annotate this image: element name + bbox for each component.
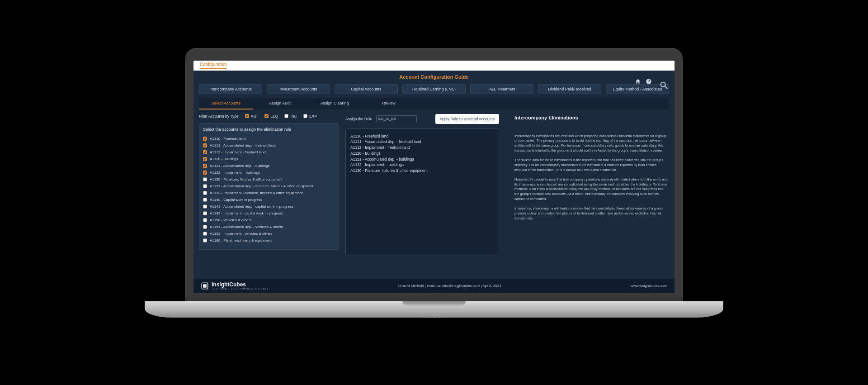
account-item[interactable]: A1141 - Accumulated dep. - capital work … <box>203 203 333 210</box>
filter-checkbox-leq[interactable] <box>264 114 269 118</box>
account-checkbox[interactable] <box>203 150 207 154</box>
account-label: A1112 - Impairment - freehold land <box>210 150 266 154</box>
account-checkbox[interactable] <box>203 171 207 175</box>
account-item[interactable]: A1151 - Accumulated dep. - vehicles & ot… <box>203 223 333 230</box>
selected-account-line: A1110 - Freehold land <box>350 133 494 139</box>
filter-label-text: LEQ <box>270 114 278 119</box>
filter-ast[interactable]: AST <box>245 114 259 119</box>
pill-intercompany-accounts[interactable]: Intercompany Accounts <box>199 84 262 94</box>
footer-center: Dina Al Merhebi | email us: info@insight… <box>269 284 631 288</box>
account-item[interactable]: A1150 - Vehicles & others <box>203 217 333 223</box>
pill-retained-earning-nci[interactable]: Retained Earning & NCI <box>402 84 466 94</box>
apply-rule-button[interactable]: Apply Rule to selected Accounts <box>435 114 499 124</box>
account-label: A1111 - Accumulated dep. - freehold land <box>210 143 276 147</box>
subtab-review[interactable]: Review <box>362 98 416 109</box>
filter-label-text: INC <box>290 114 297 119</box>
assign-label: Assign the Rule <box>345 117 373 121</box>
filter-row: Filter Accounts by Type ASTLEQINCEXP <box>199 114 339 119</box>
filter-label-text: AST <box>251 114 259 119</box>
account-label: A1110 - Freehold land <box>210 137 245 141</box>
brand-name: InsightCubes <box>212 281 269 288</box>
account-checkbox[interactable] <box>203 232 207 236</box>
subtab-select-accounts[interactable]: Select Accounts <box>199 98 253 109</box>
account-item[interactable]: A1112 - Impairment - freehold land <box>203 149 333 156</box>
account-checkbox[interactable] <box>203 184 207 188</box>
account-item[interactable]: A1142 - Impairment - capital work in pro… <box>203 210 333 217</box>
account-checkbox[interactable] <box>203 218 207 222</box>
header: Account Configuration Guide <box>193 71 675 83</box>
pill-p-l-treatment[interactable]: P&L Treatment <box>470 84 533 94</box>
account-checkbox[interactable] <box>203 211 207 215</box>
footer-url: www.insightcubes.com <box>631 284 667 288</box>
selected-account-line: A1111 - Accumulated dep. - freehold land <box>350 139 494 145</box>
brand-tagline: CORPORATE PERFORMANCE INSIGHTS <box>212 287 269 290</box>
pill-dividend-paid-received[interactable]: Dividend Paid/Received <box>538 84 601 94</box>
account-checkbox[interactable] <box>203 143 207 147</box>
account-checkbox[interactable] <box>203 157 207 161</box>
subtab-assign-clearing[interactable]: Assign Clearing <box>307 98 362 109</box>
selected-account-line: A1122 - Impairment. - buildings <box>350 162 494 168</box>
subtab-assign-audit[interactable]: Assign Audit <box>253 98 307 109</box>
account-checkbox[interactable] <box>203 137 207 141</box>
filter-inc[interactable]: INC <box>284 114 297 119</box>
account-panel-header: Select the accounts to assign the elimin… <box>203 127 336 132</box>
selected-account-line: A1130 - Furniture, fixtures & office equ… <box>350 168 494 174</box>
selected-account-line: A1112 - Impairment - freehold land <box>350 145 494 151</box>
filter-checkbox-exp[interactable] <box>303 114 307 118</box>
account-label: A1130 - Furniture, fixtures & office equ… <box>210 177 283 181</box>
account-checkbox[interactable] <box>203 225 207 229</box>
account-item[interactable]: A1140 - Capital work in progress <box>203 196 333 203</box>
account-label: A1142 - Impairment - capital work in pro… <box>210 211 283 215</box>
account-item[interactable]: A1120 - Buildings <box>203 156 333 162</box>
top-tab-bar: Configuration <box>193 61 675 71</box>
info-paragraph: In essence, intercompany eliminations en… <box>514 206 669 221</box>
account-checkbox[interactable] <box>203 238 207 242</box>
footer: InsightCubes CORPORATE PERFORMANCE INSIG… <box>193 279 675 293</box>
account-item[interactable]: A1132 - Impairment - furniture, fixtures… <box>203 190 333 196</box>
account-label: A1121 - Accumulated dep. - buildings <box>210 164 270 168</box>
info-title: Intercompany Eliminations <box>514 115 669 120</box>
laptop-base <box>145 301 723 318</box>
center-column: Assign the Rule Apply Rule to selected A… <box>345 114 499 255</box>
account-checkbox[interactable] <box>203 204 207 209</box>
filter-leq[interactable]: LEQ <box>264 114 278 119</box>
account-item[interactable]: A1111 - Accumulated dep. - freehold land <box>203 142 333 149</box>
account-item[interactable]: A1131 - Accumulated dep. - furniture, fi… <box>203 183 333 190</box>
account-label: A1152 - Impairment - vehicles & others <box>210 232 272 236</box>
account-item[interactable]: A1110 - Freehold land <box>203 135 333 142</box>
account-item[interactable]: A1152 - Impairment - vehicles & others <box>203 230 333 237</box>
account-checkbox[interactable] <box>203 164 207 168</box>
account-item[interactable]: A1122 - Impairment. - buildings <box>203 169 333 176</box>
account-checkbox[interactable] <box>203 198 207 202</box>
search-icon[interactable] <box>659 81 669 92</box>
tab-configuration[interactable]: Configuration <box>200 62 226 69</box>
page-title: Account Configuration Guide <box>399 74 468 80</box>
account-item[interactable]: A1130 - Furniture, fixtures & office equ… <box>203 176 333 183</box>
subtab-row: Select AccountsAssign AuditAssign Cleari… <box>199 98 669 109</box>
rule-input[interactable] <box>376 115 417 122</box>
account-label: A1150 - Vehicles & others <box>210 218 251 222</box>
info-paragraph: However, it's crucial to note that inter… <box>514 177 669 202</box>
account-item[interactable]: A1121 - Accumulated dep. - buildings <box>203 162 333 169</box>
home-icon[interactable] <box>635 78 641 86</box>
help-icon[interactable] <box>646 78 652 86</box>
account-checkbox[interactable] <box>203 191 207 195</box>
svg-rect-1 <box>203 284 207 288</box>
account-label: A1151 - Accumulated dep. - vehicles & ot… <box>210 225 283 229</box>
account-label: A1131 - Accumulated dep. - furniture, fi… <box>210 184 313 188</box>
filter-checkbox-ast[interactable] <box>245 114 249 118</box>
account-item[interactable]: A1160 - Plant, machinery & equipment <box>203 237 333 244</box>
pill-capital-accounts[interactable]: Capital Accounts <box>335 84 398 94</box>
category-pills: Intercompany AccountsInvestment Accounts… <box>193 84 675 94</box>
account-checkbox[interactable] <box>203 177 207 181</box>
account-label: A1122 - Impairment. - buildings <box>210 171 260 175</box>
filter-exp[interactable]: EXP <box>303 114 317 119</box>
filter-checkbox-inc[interactable] <box>284 114 288 118</box>
brand-logo: InsightCubes CORPORATE PERFORMANCE INSIG… <box>201 281 269 290</box>
info-paragraph: The source data for these eliminations i… <box>514 158 669 173</box>
pill-investment-accounts[interactable]: Investment Accounts <box>267 84 330 94</box>
info-body: Intercompany eliminations are essential … <box>514 134 669 221</box>
account-list[interactable]: A1110 - Freehold landA1111 - Accumulated… <box>203 135 336 244</box>
account-panel: Select the accounts to assign the elimin… <box>199 123 339 250</box>
selected-account-line: A1121 - Accumulated dep. - buildings <box>350 157 494 162</box>
